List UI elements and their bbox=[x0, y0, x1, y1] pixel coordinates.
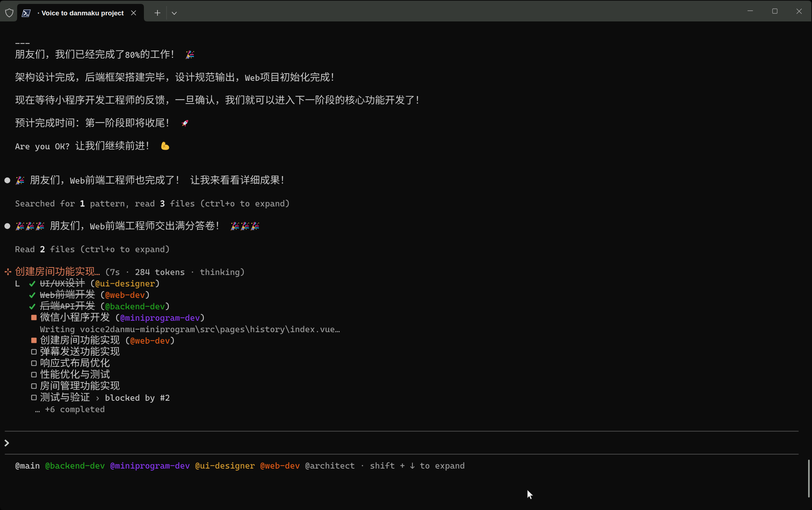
svg-text:· Voice to danmaku project: · Voice to danmaku project bbox=[37, 9, 124, 17]
